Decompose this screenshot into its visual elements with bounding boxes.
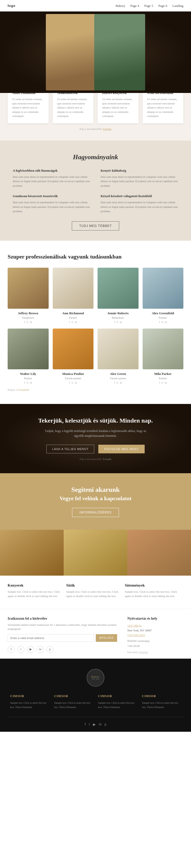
youtube-social-icon[interactable]: ▶ [27,646,34,653]
footer-col-1-title: Cimsor [10,694,49,698]
team-social-7: f G in [98,381,138,384]
tradition-3-title: Gondosan bészerzett összetevők [13,194,90,198]
pastry-image [64,530,127,576]
linkedin-icon[interactable]: in [165,381,167,384]
facebook-icon[interactable]: f [24,381,25,384]
team-name-2: Ann Richmond [53,311,94,315]
contact-heading1: Segíteni akarunk [15,486,176,494]
footer-linkedin-icon[interactable]: in [99,722,102,726]
traditions-learn-more-button[interactable]: TUDJ MEG TÖBBET [72,221,119,230]
google-icon[interactable]: G [27,381,28,384]
contact-button[interactable]: INFORMÁLÓDÈRES [72,508,119,517]
product-3-title: Sütemények [125,583,179,588]
nav-page4[interactable]: Page 4 [130,4,139,8]
address-link[interactable]: 14 E 19th St, [127,624,142,627]
linkedin-social-icon[interactable]: in [37,646,44,653]
nav-bakery[interactable]: Bakery [116,4,125,8]
tradition-1: A legfrissebben sült finomságok Duis aut… [13,168,90,188]
facebook-icon[interactable]: f [159,381,160,384]
location-freepik-link[interactable]: Freepik [139,650,148,654]
linkedin-icon[interactable]: in [75,321,77,323]
dark-freepik-link[interactable]: Freepik [103,458,112,461]
google-icon[interactable]: G [116,381,118,384]
dark-cta-section: Tekerjük, kelesztjük és sütjük. Minden n… [0,404,191,473]
subscribe-button[interactable]: BŐSLÖŐS [96,634,117,642]
social-row: f t ▶ in p [8,646,117,653]
team-social-4: f G in [142,321,184,323]
contact-section: Segíteni akarunk Vegye fel velünk a kapc… [0,473,191,530]
team-name-4: Alex Greenfield [142,311,184,315]
nav-landing[interactable]: Landing [172,4,183,8]
newsletter-heading: Iratkozzon fel a hírlevélre [8,617,117,621]
team-member-2: Ann Richmond Partner f G in [53,268,94,323]
footer-col-2: Cimsor Sample text. Click to select the … [52,694,96,709]
google-icon[interactable]: G [27,321,28,323]
linkedin-icon[interactable]: in [30,321,32,323]
linkedin-icon[interactable]: in [75,381,77,384]
hours-time: 7:00-20:00 [127,644,183,649]
team-photo-6 [53,329,94,370]
traditions-grid: A legfrissebben sült finomságok Duis aut… [13,168,178,214]
team-name-7: Alex Green [98,372,138,376]
linkedin-icon[interactable]: in [120,321,122,323]
footer-col-4-title: Cimsor [142,694,181,698]
card-3-text: Ut enim ad minim veniam, quis nostrud ex… [102,97,134,118]
location-section: Nyitvatartás és hely 14 E 19th St, New Y… [127,617,183,654]
team-member-7: Alex Green Társult partner f G in [98,329,138,384]
location-credit: Kép innen: Freepik [127,650,183,654]
hero-section [0,11,191,93]
dark-cta-caption: Kép a következőtől: Freepik [15,458,176,461]
google-icon[interactable]: G [161,381,163,384]
team-photo-2 [53,268,94,309]
cards-freepik-link[interactable]: Freepik [103,127,112,130]
footer-twitter-icon[interactable]: t [89,722,90,726]
tradition-2-text: Duis aute irure dolor in reprehenderit i… [101,175,178,188]
full-menu-button[interactable]: LÁSD A TELJES MENÜT [46,445,94,453]
facebook-icon[interactable]: f [69,381,70,384]
facebook-icon[interactable]: f [114,381,115,384]
team-name-3: Jennie Roberts [98,311,138,315]
product-3-text: Sample text. Click to select the text bo… [125,590,179,598]
footer-pinterest-icon[interactable]: p [105,722,106,726]
google-icon[interactable]: G [71,381,73,384]
cta-buttons: LÁSD A TELJES MENÜT FIGYOLDE MEG MOST [15,445,176,453]
footer-col-4-text: Sample text. Click to select the text bo… [142,701,181,709]
team-freepik-link[interactable]: Freepiktől [18,388,29,391]
hours-label: Hétfőtől vasárnapig [127,639,183,644]
nav-page5[interactable]: Page 5 [145,4,153,8]
google-icon[interactable]: G [116,321,118,323]
twitter-social-icon[interactable]: t [17,646,25,653]
linkedin-icon[interactable]: in [30,381,32,384]
nav-page6[interactable]: Page 6 [158,4,167,8]
facebook-icon[interactable]: f [24,321,25,323]
tradition-1-title: A legfrissebben sült finomságok [13,168,90,173]
tradition-3-text: Duis aute irure dolor in reprehenderit i… [13,200,90,214]
footer-facebook-icon[interactable]: f [85,722,86,726]
watch-now-button[interactable]: FIGYOLDE MEG MOST [98,445,145,453]
team-member-3: Jennie Roberts Menedzser f G in [98,268,138,323]
footer-col-3: Cimsor Sample text. Click to select the … [96,694,139,709]
team-member-6: Monica Pouliot Társult partner f G in [53,329,94,384]
google-icon[interactable]: G [161,321,163,323]
pinterest-social-icon[interactable]: p [46,646,54,653]
linkedin-icon[interactable]: in [165,321,167,323]
team-name-1: Jeffrey Brown [8,311,49,315]
team-social-5: f G in [8,381,49,384]
google-icon[interactable]: G [71,321,73,323]
facebook-social-icon[interactable]: f [8,646,15,653]
email-input[interactable] [8,634,94,642]
footer-cols: Cimsor Sample text. Click to select the … [8,694,183,709]
facebook-icon[interactable]: f [69,321,70,323]
facebook-icon[interactable]: f [159,321,160,323]
facebook-icon[interactable]: f [114,321,115,323]
address-city: New York, NY 10007 [127,629,152,632]
team-role-5: Partner [8,377,49,380]
phone-link[interactable]: (123) 456-2253 [127,633,145,637]
dark-cta-text: Tudjuk, hogy a legjobb minőségű termékek… [44,429,147,438]
footer-youtube-icon[interactable]: ▶ [93,722,96,726]
product-1: Kenyerek Sample text. Click to select th… [8,583,66,598]
team-caption: Képek a Freepiktől [8,388,183,391]
team-member-1: Jeffrey Brown Tulajdonos f G in [8,268,49,323]
linkedin-icon[interactable]: in [120,381,122,384]
products-section: Kenyerek Sample text. Click to select th… [0,530,191,609]
